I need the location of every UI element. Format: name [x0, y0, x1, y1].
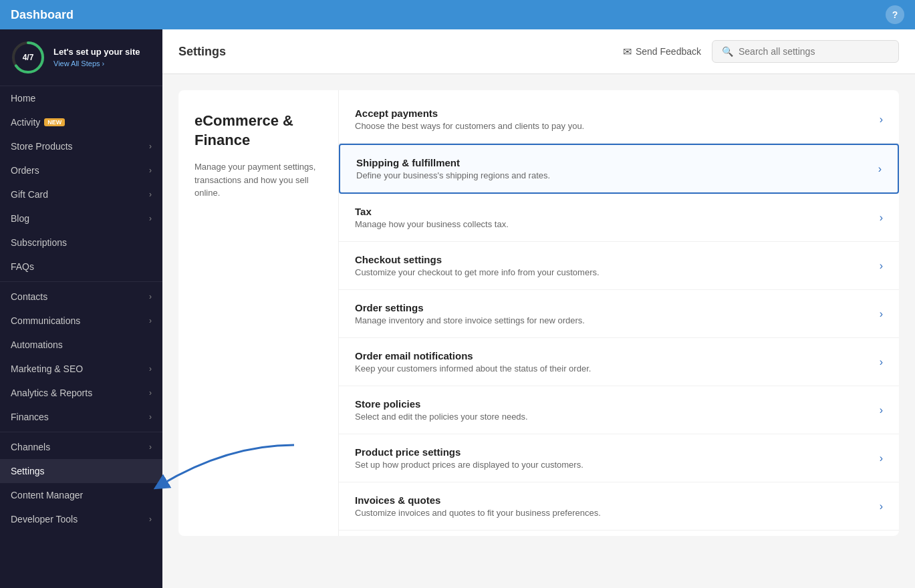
app-title: Dashboard [11, 8, 74, 22]
chevron-right-icon: › [880, 356, 883, 368]
chevron-right-icon: › [149, 364, 152, 374]
sidebar-label-communications: Communications [11, 315, 80, 326]
sidebar-label-analytics-reports: Analytics & Reports [11, 388, 92, 398]
sidebar-item-faqs[interactable]: FAQs [0, 255, 162, 279]
chevron-right-icon: › [149, 316, 152, 325]
main-layout: 4/7 Let's set up your site View All Step… [0, 29, 915, 588]
ecommerce-panel: eCommerce & Finance Manage your payment … [178, 90, 899, 536]
chevron-right-icon: › [880, 308, 883, 320]
setting-item-order-email-notifications[interactable]: Order email notificationsKeep your custo… [339, 338, 899, 386]
sidebar-label-gift-card: Gift Card [11, 189, 48, 200]
ecommerce-sidebar: eCommerce & Finance Manage your payment … [178, 90, 339, 536]
chevron-right-icon: › [149, 388, 152, 398]
nav-items: HomeActivityNEWStore Products›Orders›Gif… [0, 86, 162, 531]
progress-text: Let's set up your site View All Steps › [53, 47, 140, 69]
setting-title-invoices-quotes: Invoices & quotes [355, 494, 601, 506]
setting-title-checkout-settings: Checkout settings [355, 254, 600, 265]
chevron-right-icon: › [880, 260, 883, 272]
sidebar-item-blog[interactable]: Blog› [0, 206, 162, 231]
setting-item-accept-payments[interactable]: Accept paymentsChoose the best ways for … [339, 96, 899, 144]
chevron-right-icon: › [880, 404, 883, 416]
setting-item-tax[interactable]: TaxManage how your business collects tax… [339, 194, 899, 242]
setting-item-order-settings[interactable]: Order settingsManage inventory and store… [339, 290, 899, 338]
setting-item-shipping-fulfillment[interactable]: Shipping & fulfillmentDefine your busine… [339, 144, 899, 194]
chevron-right-icon: › [149, 514, 152, 524]
chevron-right-icon: › [149, 166, 152, 175]
sidebar-item-communications[interactable]: Communications› [0, 309, 162, 333]
progress-circle: 4/7 [11, 40, 45, 75]
setting-item-store-policies[interactable]: Store policiesSelect and edit the polici… [339, 386, 899, 434]
setting-title-order-settings: Order settings [355, 302, 585, 313]
sidebar-item-automations[interactable]: Automations [0, 333, 162, 357]
search-input[interactable] [739, 46, 889, 57]
setting-desc-product-price-settings: Set up how product prices are displayed … [355, 460, 583, 470]
progress-widget: 4/7 Let's set up your site View All Step… [0, 29, 162, 86]
header-bar: Settings ✉ Send Feedback 🔍 [162, 29, 915, 74]
sidebar-label-settings: Settings [11, 466, 45, 476]
topbar: Dashboard ? [0, 0, 915, 29]
send-feedback-button[interactable]: ✉ Send Feedback [623, 45, 701, 58]
sidebar-label-store-products: Store Products [11, 141, 73, 152]
setting-title-order-email-notifications: Order email notifications [355, 350, 591, 361]
sidebar-item-gift-card[interactable]: Gift Card› [0, 182, 162, 206]
header-right: ✉ Send Feedback 🔍 [623, 40, 899, 63]
progress-fraction: 4/7 [23, 53, 34, 62]
setting-desc-checkout-settings: Customize your checkout to get more info… [355, 267, 600, 277]
setting-desc-order-settings: Manage inventory and store invoice setti… [355, 315, 585, 325]
sidebar-item-activity[interactable]: ActivityNEW [0, 110, 162, 134]
sidebar-item-marketing-seo[interactable]: Marketing & SEO› [0, 357, 162, 381]
sidebar-label-blog: Blog [11, 213, 29, 224]
sidebar-label-subscriptions: Subscriptions [11, 237, 67, 248]
sidebar-label-faqs: FAQs [11, 261, 34, 272]
chevron-right-icon: › [149, 214, 152, 223]
sidebar-item-contacts[interactable]: Contacts› [0, 285, 162, 309]
feedback-label: Send Feedback [636, 46, 701, 57]
sidebar-item-orders[interactable]: Orders› [0, 158, 162, 182]
section-desc: Manage your payment settings, transactio… [194, 160, 322, 200]
sidebar-item-finances[interactable]: Finances› [0, 405, 162, 429]
setting-title-tax: Tax [355, 206, 509, 217]
chevron-right-icon: › [149, 442, 152, 452]
sidebar-label-home: Home [11, 93, 35, 104]
sidebar-item-subscriptions[interactable]: Subscriptions [0, 231, 162, 255]
sidebar-item-content-manager[interactable]: Content Manager [0, 483, 162, 507]
setting-desc-store-policies: Select and edit the policies your store … [355, 412, 528, 422]
chevron-right-icon: › [149, 142, 152, 151]
help-button[interactable]: ? [886, 5, 904, 24]
setting-title-store-policies: Store policies [355, 398, 528, 410]
sidebar-label-contacts: Contacts [11, 291, 47, 302]
section-title: eCommerce & Finance [194, 112, 322, 150]
sidebar-item-channels[interactable]: Channels› [0, 435, 162, 459]
sidebar-item-store-products[interactable]: Store Products› [0, 134, 162, 158]
setting-item-checkout-settings[interactable]: Checkout settingsCustomize your checkout… [339, 242, 899, 290]
chevron-right-icon: › [149, 292, 152, 301]
search-bar: 🔍 [712, 40, 899, 63]
setting-item-product-price-settings[interactable]: Product price settingsSet up how product… [339, 434, 899, 482]
setting-desc-invoices-quotes: Customize invoices and quotes to fit you… [355, 508, 601, 518]
main-scroll: eCommerce & Finance Manage your payment … [162, 74, 915, 588]
chevron-right-icon: › [149, 190, 152, 199]
chevron-right-icon: › [880, 500, 883, 512]
sidebar-item-settings[interactable]: Settings [0, 459, 162, 483]
sidebar-item-analytics-reports[interactable]: Analytics & Reports› [0, 381, 162, 405]
sidebar-item-developer-tools[interactable]: Developer Tools› [0, 507, 162, 531]
sidebar-label-content-manager: Content Manager [11, 490, 83, 500]
chevron-right-icon: › [878, 163, 882, 175]
setting-desc-accept-payments: Choose the best ways for customers and c… [355, 121, 584, 131]
view-all-steps-link[interactable]: View All Steps › [53, 59, 104, 67]
setting-item-invoices-quotes[interactable]: Invoices & quotesCustomize invoices and … [339, 482, 899, 531]
sidebar-label-developer-tools: Developer Tools [11, 514, 78, 525]
sidebar: 4/7 Let's set up your site View All Step… [0, 29, 162, 588]
sidebar-label-orders: Orders [11, 165, 39, 176]
chevron-right-icon: › [149, 412, 152, 422]
setting-desc-tax: Manage how your business collects tax. [355, 219, 509, 229]
setting-title-product-price-settings: Product price settings [355, 446, 583, 458]
content-area: Settings ✉ Send Feedback 🔍 eCommerce & F… [162, 29, 915, 588]
sidebar-label-marketing-seo: Marketing & SEO [11, 363, 83, 374]
sidebar-label-channels: Channels [11, 442, 50, 452]
setting-title-shipping-fulfillment: Shipping & fulfillment [356, 157, 550, 168]
sidebar-item-home[interactable]: Home [0, 86, 162, 110]
setting-desc-order-email-notifications: Keep your customers informed about the s… [355, 363, 591, 374]
badge-activity: NEW [44, 118, 65, 126]
page-title: Settings [178, 45, 226, 59]
